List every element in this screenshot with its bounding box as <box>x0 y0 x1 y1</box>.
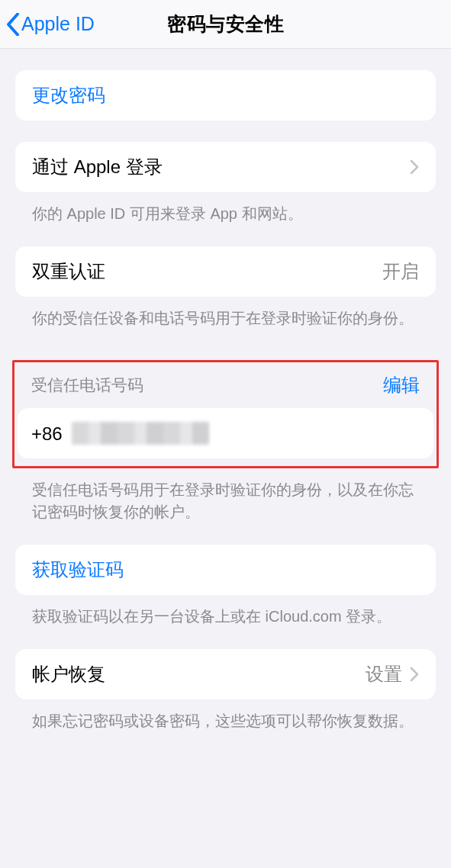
change-password-label: 更改密码 <box>32 83 419 108</box>
get-code-footer: 获取验证码以在另一台设备上或在 iCloud.com 登录。 <box>15 595 436 628</box>
trusted-phone-cell[interactable]: +86 <box>18 408 433 458</box>
back-button[interactable]: Apple ID <box>6 13 95 36</box>
two-factor-value: 开启 <box>382 259 419 284</box>
navbar: Apple ID 密码与安全性 <box>0 0 451 49</box>
account-recovery-label: 帐户恢复 <box>32 662 366 686</box>
sign-in-with-apple-footer: 你的 Apple ID 可用来登录 App 和网站。 <box>15 192 436 225</box>
account-recovery-value: 设置 <box>366 662 402 686</box>
group-change-password: 更改密码 <box>15 70 436 121</box>
trusted-phone-footer: 受信任电话号码用于在登录时验证你的身份，以及在你忘记密码时恢复你的帐户。 <box>15 468 436 523</box>
sign-in-with-apple-cell[interactable]: 通过 Apple 登录 <box>15 142 436 192</box>
account-recovery-footer: 如果忘记密码或设备密码，这些选项可以帮你恢复数据。 <box>15 699 436 732</box>
two-factor-cell[interactable]: 双重认证 开启 <box>15 246 436 297</box>
group-get-code: 获取验证码 获取验证码以在另一台设备上或在 iCloud.com 登录。 <box>15 545 436 628</box>
chevron-left-icon <box>6 13 20 36</box>
sign-in-with-apple-label: 通过 Apple 登录 <box>32 155 410 179</box>
group-sign-in-with-apple: 通过 Apple 登录 你的 Apple ID 可用来登录 App 和网站。 <box>15 142 436 225</box>
get-code-cell[interactable]: 获取验证码 <box>15 545 436 595</box>
chevron-right-icon <box>410 159 419 175</box>
back-label: Apple ID <box>21 13 95 35</box>
chevron-right-icon <box>410 667 419 682</box>
trusted-phone-edit-button[interactable]: 编辑 <box>383 373 420 397</box>
get-code-label: 获取验证码 <box>32 558 419 582</box>
account-recovery-cell[interactable]: 帐户恢复 设置 <box>15 649 436 699</box>
trusted-phone-redacted <box>72 422 209 445</box>
trusted-phone-number: +86 <box>31 422 420 445</box>
two-factor-footer: 你的受信任设备和电话号码用于在登录时验证你的身份。 <box>15 297 436 330</box>
trusted-phone-prefix: +86 <box>31 423 63 444</box>
group-two-factor: 双重认证 开启 你的受信任设备和电话号码用于在登录时验证你的身份。 <box>15 246 436 330</box>
two-factor-label: 双重认证 <box>32 259 382 284</box>
trusted-phone-header-title: 受信任电话号码 <box>31 375 383 396</box>
trusted-phone-highlight: 受信任电话号码 编辑 +86 <box>12 360 439 468</box>
group-account-recovery: 帐户恢复 设置 如果忘记密码或设备密码，这些选项可以帮你恢复数据。 <box>15 649 436 732</box>
content: 更改密码 通过 Apple 登录 你的 Apple ID 可用来登录 App 和… <box>0 70 451 763</box>
trusted-phone-header: 受信任电话号码 编辑 <box>18 365 433 408</box>
change-password-cell[interactable]: 更改密码 <box>15 70 436 121</box>
